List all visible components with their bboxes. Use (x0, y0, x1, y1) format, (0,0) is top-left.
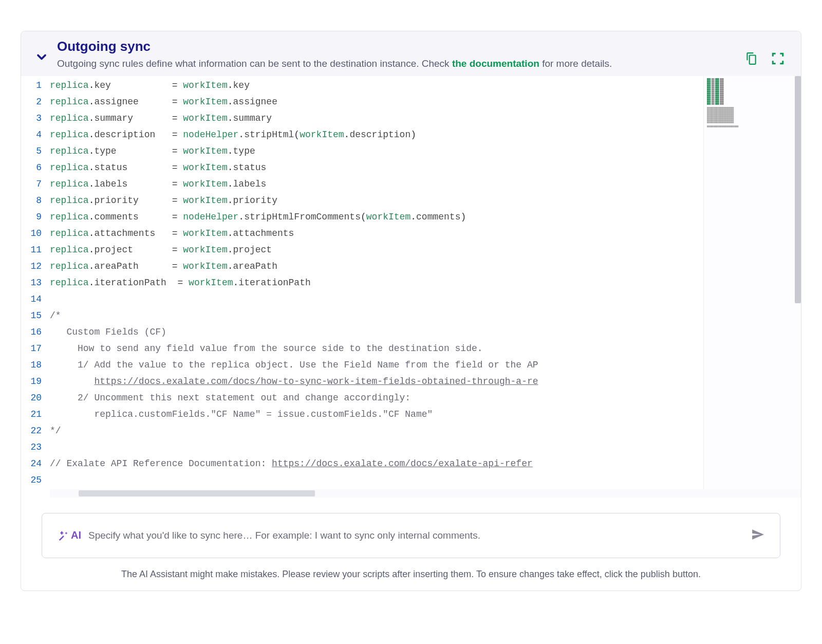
code-line[interactable]: replica.summary = workItem.summary (50, 110, 703, 126)
ai-badge: AI (58, 529, 81, 541)
copy-icon[interactable] (744, 52, 758, 67)
code-line[interactable]: replica.project = workItem.project (50, 242, 703, 258)
horizontal-scrollbar-thumb[interactable] (79, 490, 315, 496)
code-line[interactable]: 1/ Add the value to the replica object. … (50, 357, 703, 373)
panel-title: Outgoing sync (57, 39, 736, 54)
code-line[interactable]: replica.iterationPath = workItem.iterati… (50, 274, 703, 291)
code-line[interactable]: replica.status = workItem.status (50, 159, 703, 176)
ai-section: AI Specify what you'd like to sync here…… (21, 498, 801, 591)
code-line[interactable] (50, 291, 703, 307)
code-line[interactable]: */ (50, 422, 703, 439)
code-line[interactable]: replica.areaPath = workItem.areaPath (50, 258, 703, 274)
editor-minimap[interactable]: ████ ███ ████ ████ ████ ███ ████ ████ ██… (703, 76, 801, 489)
documentation-link[interactable]: the documentation (452, 58, 539, 69)
horizontal-scrollbar-track[interactable] (50, 489, 801, 498)
vertical-scrollbar[interactable] (795, 76, 801, 303)
magic-wand-icon (58, 530, 69, 541)
ai-badge-text: AI (71, 529, 81, 541)
code-line[interactable]: replica.comments = nodeHelper.stripHtmlF… (50, 209, 703, 225)
panel-header: Outgoing sync Outgoing sync rules define… (21, 31, 801, 76)
ai-prompt-placeholder: Specify what you'd like to sync here… Fo… (88, 530, 744, 541)
code-line[interactable]: How to send any field value from the sou… (50, 340, 703, 357)
code-line[interactable]: replica.labels = workItem.labels (50, 176, 703, 192)
send-icon[interactable] (751, 528, 764, 543)
panel-subtitle: Outgoing sync rules define what informat… (57, 57, 736, 71)
subtitle-pre: Outgoing sync rules define what informat… (57, 58, 452, 69)
code-line[interactable]: replica.description = nodeHelper.stripHt… (50, 126, 703, 143)
ai-warning-text: The AI Assistant might make mistakes. Pl… (42, 567, 780, 581)
code-line[interactable]: /* (50, 307, 703, 324)
code-line[interactable] (50, 472, 703, 488)
code-editor[interactable]: 1234567891011121314151617181920212223242… (21, 76, 801, 489)
code-line[interactable] (50, 439, 703, 455)
code-line[interactable]: https://docs.exalate.com/docs/how-to-syn… (50, 373, 703, 390)
outgoing-sync-panel: Outgoing sync Outgoing sync rules define… (21, 31, 801, 591)
subtitle-post: for more details. (539, 58, 612, 69)
code-line[interactable]: replica.assignee = workItem.assignee (50, 94, 703, 110)
code-line[interactable]: // Exalate API Reference Documentation: … (50, 455, 703, 472)
code-line[interactable]: replica.type = workItem.type (50, 143, 703, 159)
code-line[interactable]: Custom Fields (CF) (50, 324, 703, 340)
ai-prompt-input[interactable]: AI Specify what you'd like to sync here…… (42, 513, 780, 558)
collapse-chevron-icon[interactable] (34, 39, 49, 66)
fullscreen-icon[interactable] (771, 52, 784, 67)
code-line[interactable]: 2/ Uncomment this next statement out and… (50, 390, 703, 406)
code-content[interactable]: replica.key = workItem.keyreplica.assign… (50, 76, 703, 489)
code-line[interactable]: replica.customFields."CF Name" = issue.c… (50, 406, 703, 422)
code-line[interactable]: replica.key = workItem.key (50, 77, 703, 94)
code-line[interactable]: replica.priority = workItem.priority (50, 192, 703, 209)
line-number-gutter: 1234567891011121314151617181920212223242… (21, 76, 50, 489)
code-line[interactable]: replica.attachments = workItem.attachmen… (50, 225, 703, 242)
